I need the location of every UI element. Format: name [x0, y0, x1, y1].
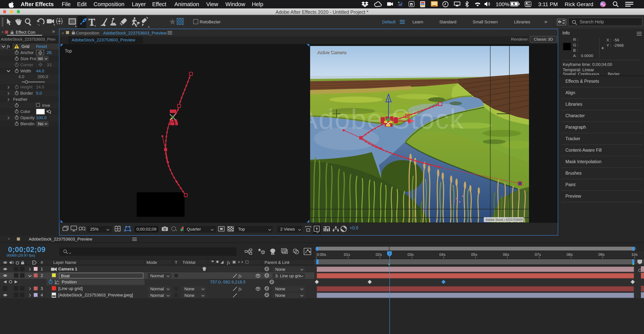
svg-text:Adobe Stock | #223753603: Adobe Stock | #223753603	[486, 218, 522, 221]
svg-text:Top: Top	[64, 48, 72, 53]
